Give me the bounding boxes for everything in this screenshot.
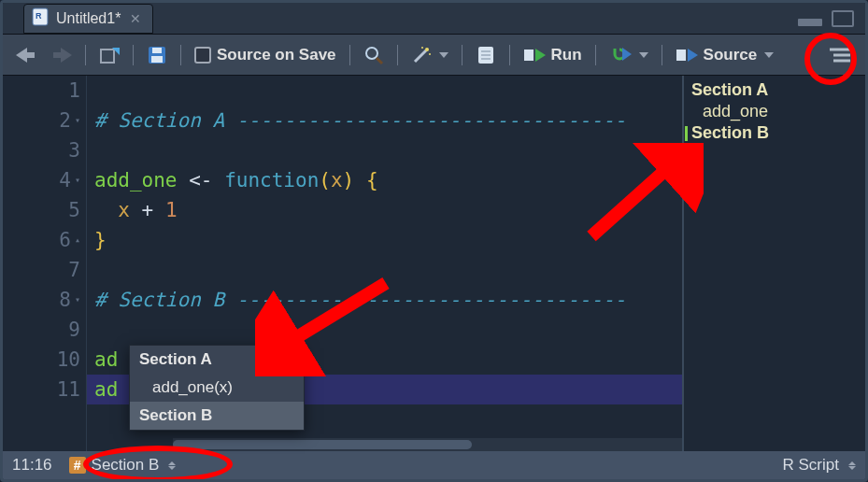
chevron-down-icon: [439, 52, 448, 58]
cursor-position: 11:16: [12, 456, 52, 475]
outline-icon: [828, 46, 852, 64]
editor-toolbar: Source on Save Run Source: [3, 35, 865, 76]
fold-icon: ▴: [75, 225, 80, 255]
arrow-right-icon: [51, 48, 72, 63]
minimize-pane-button[interactable]: [798, 19, 822, 26]
outline-item-label: Section B: [691, 123, 769, 143]
language-label: R Script: [783, 456, 839, 475]
source-button[interactable]: Source: [670, 41, 780, 69]
status-bar: 11:16 # Section B R Script: [3, 451, 865, 479]
outline-item-label: add_one: [703, 102, 768, 121]
fold-icon: ▾: [75, 285, 80, 315]
line-gutter: 1 2▾ 3 4▾ 5 6▴ 7 8▾ 9 10 11: [3, 76, 87, 451]
svg-marker-25: [688, 49, 698, 62]
find-replace-button[interactable]: [358, 41, 390, 69]
toolbar-separator: [180, 45, 181, 65]
show-in-new-window-button[interactable]: [93, 41, 125, 69]
notebook-icon: [476, 45, 496, 65]
code-tools-button[interactable]: [406, 41, 454, 69]
chevron-down-icon: [639, 52, 648, 58]
fold-icon: ▾: [75, 165, 80, 195]
close-tab-icon[interactable]: ✕: [128, 11, 143, 26]
section-navigator-label: Section B: [92, 456, 160, 475]
horizontal-scrollbar[interactable]: [173, 438, 682, 451]
outline-item-label: Section A: [691, 80, 768, 100]
r-file-icon: R: [32, 7, 49, 30]
section-popup: Section A add_one(x) Section B: [129, 345, 305, 431]
svg-rect-9: [152, 48, 162, 53]
code-text: # Section B ----------------------------…: [94, 289, 626, 311]
toolbar-separator: [397, 45, 398, 65]
run-button[interactable]: Run: [518, 41, 588, 69]
svg-text:R: R: [36, 11, 42, 21]
toolbar-separator: [662, 45, 662, 65]
updown-icon: [168, 461, 176, 470]
svg-rect-24: [676, 50, 686, 61]
svg-rect-3: [25, 52, 35, 58]
source-label: Source: [704, 46, 758, 64]
rerun-icon: [609, 45, 632, 65]
popup-item[interactable]: Section A: [130, 346, 304, 374]
outline-item[interactable]: Section A: [684, 79, 865, 101]
save-button[interactable]: [141, 41, 173, 69]
svg-rect-5: [53, 52, 63, 58]
svg-point-16: [429, 53, 431, 55]
editor-pane[interactable]: 1 2▾ 3 4▾ 5 6▴ 7 8▾ 9 10 11 # Section A …: [3, 76, 682, 451]
tab-strip: R Untitled1* ✕: [3, 3, 865, 35]
source-on-save-toggle[interactable]: Source on Save: [189, 41, 342, 69]
chevron-down-icon: [764, 52, 774, 58]
toolbar-separator: [349, 45, 350, 65]
code-text: # Section A ----------------------------…: [94, 109, 626, 132]
popup-item[interactable]: Section B: [130, 402, 304, 430]
svg-line-12: [377, 58, 382, 64]
popup-item[interactable]: add_one(x): [130, 374, 304, 402]
toolbar-separator: [509, 45, 510, 65]
document-outline: Section A add_one Section B: [682, 76, 865, 451]
save-icon: [147, 45, 167, 65]
svg-point-14: [425, 48, 429, 51]
rerun-button[interactable]: [604, 41, 654, 69]
run-label: Run: [551, 46, 582, 64]
source-tab[interactable]: R Untitled1* ✕: [23, 4, 153, 34]
section-hash-icon: #: [69, 457, 86, 474]
popup-item-label: add_one(x): [152, 378, 233, 396]
updown-icon: [848, 461, 856, 470]
toolbar-separator: [462, 45, 462, 65]
popout-icon: [99, 46, 120, 64]
toolbar-separator: [595, 45, 596, 65]
compile-report-button[interactable]: [470, 41, 502, 69]
toolbar-separator: [133, 45, 134, 65]
popup-item-label: Section A: [139, 350, 212, 368]
svg-rect-6: [101, 50, 114, 63]
svg-point-15: [421, 47, 423, 49]
outline-item[interactable]: add_one: [684, 101, 865, 122]
source-icon: [676, 46, 698, 64]
arrow-left-icon: [16, 48, 36, 63]
nav-back-button[interactable]: [10, 41, 42, 69]
search-icon: [363, 45, 384, 65]
nav-forward-button[interactable]: [46, 41, 78, 69]
pane-window-controls: [798, 10, 865, 27]
language-selector[interactable]: R Script: [783, 456, 856, 475]
popup-item-label: Section B: [139, 406, 212, 424]
svg-marker-23: [622, 48, 632, 61]
svg-line-13: [415, 50, 426, 62]
maximize-pane-button[interactable]: [832, 10, 854, 27]
source-on-save-label: Source on Save: [217, 46, 336, 64]
tab-title: Untitled1*: [56, 10, 121, 27]
outline-item[interactable]: Section B: [684, 122, 865, 144]
fold-icon: ▾: [75, 106, 80, 135]
section-navigator[interactable]: # Section B: [69, 456, 177, 475]
wand-icon: [411, 45, 432, 65]
svg-rect-21: [524, 50, 534, 61]
toolbar-separator: [85, 45, 86, 65]
toggle-outline-button[interactable]: [822, 41, 858, 69]
svg-rect-10: [151, 56, 163, 63]
svg-marker-22: [535, 49, 546, 62]
checkbox-icon: [194, 47, 211, 64]
svg-point-11: [366, 48, 377, 59]
run-icon: [523, 46, 546, 64]
